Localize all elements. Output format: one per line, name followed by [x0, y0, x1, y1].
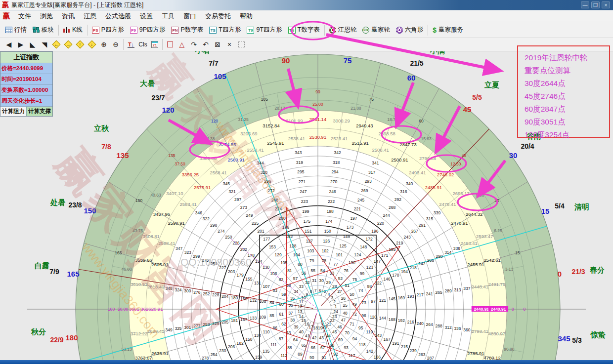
menu-item-江恩[interactable]: 江恩	[79, 11, 101, 22]
menu-item-公式选股[interactable]: 公式选股	[101, 11, 135, 22]
draw-tool-calendar[interactable]: 21	[149, 39, 161, 50]
draw-tool-cls[interactable]: Cls	[137, 39, 149, 50]
degree-label-outer: 135	[116, 151, 129, 160]
term-date-label: 21/3	[571, 268, 585, 276]
toolbar-button-9t-square[interactable]: T99T四方形	[244, 24, 285, 36]
9p-square-icon: P9	[130, 27, 137, 34]
draw-tool-move-up[interactable]: ↑	[74, 39, 86, 50]
close-button[interactable]: ×	[602, 1, 610, 8]
spiral-number: 8	[310, 289, 312, 294]
draw-tool-move-left[interactable]: ←	[50, 39, 62, 50]
spiral-number: 295	[297, 169, 304, 174]
draw-tool-move-right[interactable]: →	[62, 39, 74, 50]
spiral-number: 41	[305, 333, 310, 338]
spiral-number: 48	[343, 311, 348, 316]
sector-blocks-icon	[33, 27, 40, 33]
main-toolbar: 行情板块K线PSP四方形P99P四方形PNP数字表TST四方形T99T四方形TN…	[0, 22, 613, 38]
draw-tool-draw-square[interactable]	[164, 39, 176, 50]
move-left-icon: ←	[52, 40, 61, 49]
price-label-outer: 3152.84	[263, 123, 279, 128]
spiral-number: 2	[333, 299, 336, 304]
menu-item-浏览[interactable]: 浏览	[36, 11, 57, 22]
toolbar-button-t-table[interactable]: TNT数字表	[285, 24, 323, 36]
draw-tool-draw-triangle[interactable]: △	[176, 39, 188, 50]
price-label-outer: 3051.14	[309, 117, 326, 122]
degree-ring-label: 30	[494, 198, 499, 203]
menu-item-交易委托[interactable]: 交易委托	[201, 11, 235, 22]
spiral-number: 91	[322, 355, 327, 360]
toolbar-button-quotes[interactable]: 行情	[2, 24, 30, 36]
toolbar-button-winner-wheel[interactable]: Big赢家轮	[359, 24, 393, 36]
spiral-number: 151	[305, 229, 311, 234]
param-row-coefficient: 变换系数=1.00000	[0, 85, 52, 96]
t-table-icon: TN	[288, 27, 296, 34]
draw-tool-collapse[interactable]: ×	[223, 39, 235, 50]
spiral-number: 82	[279, 277, 284, 282]
toolbar-button-kline[interactable]: K线	[60, 24, 86, 36]
minimize-button[interactable]: —	[581, 1, 589, 8]
menu-bar: 赢 文件浏览资讯江恩公式选股设置工具窗口交易委托帮助	[0, 10, 613, 22]
spiral-number: 337	[463, 286, 470, 291]
spiral-number: 106	[270, 271, 277, 276]
toolbar-button-hexagon[interactable]: 六角形	[393, 24, 427, 36]
menu-item-设置[interactable]: 设置	[135, 11, 157, 22]
spiral-number: 99	[360, 271, 365, 276]
toolbar-button-p-square[interactable]: PSP四方形	[89, 24, 127, 36]
spiral-number: 69	[338, 337, 343, 342]
draw-tool-rotate-flag-left[interactable]: ◣	[27, 39, 39, 50]
spiral-number: 270	[330, 179, 337, 184]
spiral-number: 244	[383, 213, 390, 218]
spiral-number: 360	[463, 327, 470, 332]
spiral-number: 125	[339, 243, 346, 248]
spiral-number: 9	[306, 292, 308, 297]
spiral-number: 219	[396, 241, 403, 245]
draw-tool-move-down[interactable]: ↓	[86, 39, 98, 50]
spiral-number: 268	[389, 205, 395, 210]
term-date-label: 22/9	[50, 336, 63, 344]
toolbar-button-gann-wheel[interactable]: 江恩轮	[326, 24, 360, 36]
spiral-number: 342	[334, 150, 341, 155]
percent-label: 6.25	[494, 228, 502, 233]
spiral-number: 1	[335, 304, 337, 309]
menu-item-窗口[interactable]: 窗口	[179, 11, 201, 22]
toolbar-button-service[interactable]: $赢家服务	[430, 24, 466, 36]
draw-tool-box-x[interactable]: ⊠	[212, 39, 223, 50]
solar-term-label: 春分	[589, 266, 605, 274]
degree-ring-label: 105	[261, 97, 268, 102]
toolbar-button-sectors[interactable]: 板块	[30, 24, 57, 36]
menu-item-文件[interactable]: 文件	[14, 11, 36, 22]
draw-tool-zoom-out[interactable]: ⊖	[110, 39, 122, 50]
draw-tool-page-next[interactable]: ▶	[15, 39, 27, 50]
spiral-number: 80	[298, 262, 303, 267]
maximize-button[interactable]: ❐	[591, 1, 600, 8]
draw-tool-page-prev[interactable]: ◀	[3, 39, 15, 50]
toolbar-button-9p-square[interactable]: P99P四方形	[127, 24, 169, 36]
draw-tool-rotate-ccw[interactable]: ↶	[200, 39, 212, 50]
draw-tool-rotate-flag-right[interactable]: ◥	[39, 39, 50, 50]
degree-label-outer: 345	[558, 334, 570, 343]
spiral-number: 34	[294, 289, 299, 294]
draw-tool-zoom-in[interactable]: ⊕	[98, 39, 110, 50]
draw-tool-select-region[interactable]	[235, 39, 247, 50]
symbol-title: 上证指数	[0, 52, 52, 63]
calc-support-button[interactable]: 计算支撑	[27, 107, 52, 116]
window-title: 赢家江恩专业版[赢家服务平台] - [上证指数 江恩轮]	[11, 1, 143, 9]
calc-resistance-button[interactable]: 计算阻力	[0, 107, 27, 116]
toolbar-button-p-table[interactable]: PNP数字表	[168, 24, 206, 36]
menu-item-帮助[interactable]: 帮助	[235, 11, 257, 22]
toolbar-button-t-square[interactable]: TST四方形	[206, 24, 244, 36]
toolbar-button-label: 板块	[42, 26, 54, 34]
degree-label-outer: 45	[463, 105, 472, 114]
spiral-number: 35	[290, 296, 295, 301]
menu-item-资讯[interactable]: 资讯	[57, 11, 79, 22]
draw-tool-t-updown[interactable]: T↓	[125, 39, 137, 50]
price-label-inner: 2485.91	[425, 185, 442, 190]
draw-tool-rotate-cw[interactable]: ↷	[188, 39, 200, 50]
app-logo-icon-small: 赢	[2, 11, 10, 21]
menu-item-工具[interactable]: 工具	[157, 11, 179, 22]
spiral-number: 111	[270, 342, 277, 347]
spiral-number: 29	[326, 280, 331, 285]
price-label-inner: 2455.91	[467, 262, 484, 267]
spiral-number: 112	[280, 353, 287, 358]
degree-ring-label: 60	[419, 119, 424, 123]
